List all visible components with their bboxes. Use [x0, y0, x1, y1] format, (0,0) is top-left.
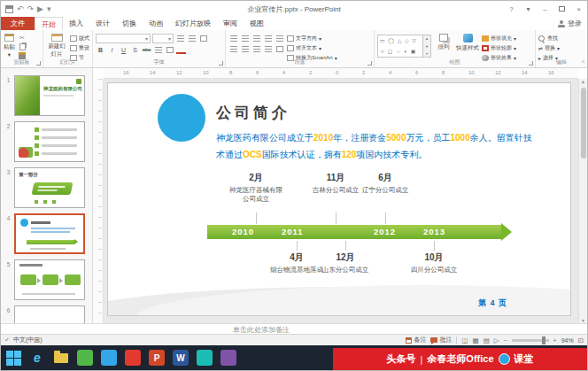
- zoom-slider[interactable]: [512, 339, 549, 342]
- scrollbar-thumb[interactable]: [581, 88, 586, 158]
- tab-transitions[interactable]: 切换: [116, 17, 143, 30]
- tab-slideshow[interactable]: 幻灯片放映: [169, 17, 217, 30]
- word-taskbar-button[interactable]: W: [171, 348, 190, 367]
- dialog-launcher-icon[interactable]: [36, 61, 41, 66]
- bullets-button[interactable]: [228, 34, 238, 43]
- help-button[interactable]: ?: [503, 1, 520, 17]
- line-spacing-button[interactable]: [275, 34, 284, 43]
- columns-button[interactable]: [275, 44, 284, 53]
- zoom-out-button[interactable]: −: [504, 337, 507, 344]
- text-direction-button[interactable]: 文字方向▾: [287, 35, 337, 43]
- dialog-launcher-icon[interactable]: [368, 61, 372, 66]
- collapse-ribbon-button[interactable]: ^: [582, 59, 584, 66]
- italic-button[interactable]: I: [107, 45, 117, 54]
- maximize-button[interactable]: [553, 1, 570, 17]
- milestone-bottom-3[interactable]: 10月 四川分公司成立: [397, 251, 471, 274]
- notes-toggle-button[interactable]: 备注: [406, 336, 426, 344]
- slide-editing-surface[interactable]: 公司简介 神龙医药有限公司成立于2010年，注册资金5000万元，员工1000余…: [107, 82, 571, 316]
- scroll-up-icon[interactable]: ▲: [581, 79, 585, 84]
- justify-button[interactable]: [263, 44, 273, 53]
- dialog-launcher-icon[interactable]: [219, 61, 223, 66]
- align-center-button[interactable]: [240, 44, 250, 53]
- increase-font-button[interactable]: [175, 35, 185, 43]
- milestone-bottom-2[interactable]: 12月 山东分公司成立: [308, 251, 383, 274]
- text-shadow-button[interactable]: S: [130, 45, 140, 54]
- bold-button[interactable]: B: [96, 45, 105, 54]
- decrease-indent-button[interactable]: [251, 34, 261, 43]
- slide-thumbnail-6[interactable]: [14, 305, 85, 323]
- fit-to-window-button[interactable]: ⊡: [578, 336, 584, 344]
- layout-button[interactable]: 版式: [70, 35, 89, 43]
- notes-pane[interactable]: 单击此处添加备注: [1, 323, 587, 334]
- shapes-gallery[interactable]: ▭ ◯ △ ◇ ▽ ☆ ◻ → ◐ ▣ ▲ ▼ ▾: [377, 32, 431, 58]
- tab-insert[interactable]: 插入: [63, 17, 89, 30]
- slideshow-view-button[interactable]: ▷: [494, 336, 499, 344]
- internet-explorer-button[interactable]: e: [27, 348, 47, 367]
- slide-body-text[interactable]: 神龙医药有限公司成立于2010年，注册资金5000万元，员工1000余人。留置针…: [216, 130, 537, 163]
- customize-qat-button[interactable]: ▾: [47, 3, 51, 15]
- new-slide-button[interactable]: 新建幻灯片: [46, 32, 67, 58]
- powerpoint-taskbar-button[interactable]: P: [147, 348, 166, 367]
- quick-styles-button[interactable]: 快速样式: [456, 32, 479, 58]
- change-case-button[interactable]: [165, 45, 174, 54]
- strikethrough-button[interactable]: abc: [142, 45, 151, 54]
- copy-button[interactable]: [18, 43, 27, 50]
- slide-thumbnail-1[interactable]: 神龙医药有限公司: [14, 75, 85, 116]
- slide-thumbnail-4-selected[interactable]: [14, 213, 85, 254]
- sign-in-button[interactable]: 登录: [558, 19, 582, 28]
- taskbar-app-button[interactable]: [123, 348, 143, 367]
- close-button[interactable]: ×: [570, 1, 587, 17]
- normal-view-button[interactable]: ◫: [461, 336, 468, 344]
- numbering-button[interactable]: [240, 34, 250, 43]
- slide-sorter-view-button[interactable]: ▦: [473, 336, 479, 344]
- taskbar-app-button[interactable]: [99, 348, 119, 367]
- increase-indent-button[interactable]: [263, 34, 273, 43]
- font-name-combobox[interactable]: ▾: [96, 34, 151, 43]
- taskbar-app-button[interactable]: [219, 348, 238, 367]
- file-explorer-button[interactable]: [51, 348, 71, 367]
- slide-thumbnail-2[interactable]: [14, 121, 85, 162]
- comments-toggle-button[interactable]: 批注: [430, 336, 452, 344]
- minimize-button[interactable]: –: [537, 1, 553, 17]
- tab-review[interactable]: 审阅: [217, 17, 244, 30]
- undo-button[interactable]: ↶: [17, 3, 24, 15]
- ribbon-display-options-button[interactable]: ▾: [520, 1, 537, 17]
- slide-title[interactable]: 公司简介: [216, 103, 290, 123]
- milestone-top-3[interactable]: 6月 辽宁分公司成立: [348, 172, 422, 195]
- vertical-scrollbar[interactable]: ▲ ▼: [578, 79, 587, 323]
- cut-button[interactable]: ✂: [18, 35, 27, 42]
- tab-home[interactable]: 开始: [35, 17, 63, 30]
- redo-button[interactable]: ↷: [27, 3, 35, 15]
- dialog-launcher-icon[interactable]: [529, 61, 533, 66]
- slide-thumbnail-3[interactable]: 第一部分: [14, 167, 85, 208]
- decrease-font-button[interactable]: [187, 35, 197, 43]
- align-left-button[interactable]: [228, 44, 238, 53]
- slide-thumbnail-5[interactable]: [14, 259, 85, 300]
- shape-outline-button[interactable]: 形状轮廓▾: [482, 44, 516, 52]
- reset-button[interactable]: 重设: [70, 44, 89, 52]
- language-indicator[interactable]: 中文(中国): [13, 336, 43, 344]
- zoom-percentage[interactable]: 94%: [561, 337, 574, 344]
- save-button[interactable]: [5, 3, 13, 15]
- find-button[interactable]: 查找: [538, 35, 560, 43]
- reading-view-button[interactable]: ▤: [484, 336, 490, 344]
- align-text-button[interactable]: 对齐文本▾: [287, 44, 337, 52]
- tab-animations[interactable]: 动画: [143, 17, 169, 30]
- clear-formatting-button[interactable]: [198, 35, 208, 43]
- paste-button[interactable]: 粘贴 ▾: [4, 32, 15, 58]
- tab-file[interactable]: 文件: [1, 17, 35, 30]
- font-color-button[interactable]: B: [176, 45, 186, 54]
- replace-button[interactable]: ⇄替换▾: [538, 44, 560, 52]
- arrange-button[interactable]: 排列: [434, 32, 453, 58]
- align-right-button[interactable]: [251, 44, 261, 53]
- shapes-gallery-scroll[interactable]: ▲ ▼ ▾: [423, 35, 431, 58]
- start-slideshow-button[interactable]: ▶: [37, 3, 43, 15]
- blue-circle-shape[interactable]: [158, 94, 205, 142]
- taskbar-app-button[interactable]: [75, 348, 95, 367]
- taskbar-app-button[interactable]: [195, 348, 214, 367]
- spellcheck-icon[interactable]: ✓: [4, 336, 10, 344]
- zoom-slider-thumb[interactable]: [542, 336, 545, 344]
- shape-fill-button[interactable]: 形状填充▾: [482, 35, 516, 43]
- zoom-in-button[interactable]: +: [553, 337, 557, 344]
- start-button[interactable]: [4, 348, 23, 367]
